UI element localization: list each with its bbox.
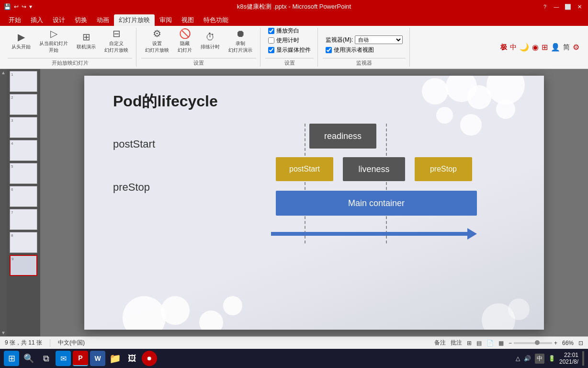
quick-access-toolbar[interactable]: 💾 ↩ ↪ ▾ (4, 3, 32, 10)
tab-design[interactable]: 设计 (48, 14, 70, 26)
zoom-thumb[interactable] (535, 340, 540, 345)
taskbar-right: △ 🔊 中 🔋 22:01 2021/8/ (516, 351, 584, 366)
online-present-btn[interactable]: ⊞ 联机演示 (73, 25, 100, 56)
zoom-plus[interactable]: + (554, 340, 557, 346)
monitor-select[interactable]: 自动 (355, 35, 403, 44)
deco-circle-7 (460, 114, 482, 136)
playback-narration-checkbox[interactable] (268, 28, 274, 34)
quick-icon-ji[interactable]: 极 (500, 43, 507, 52)
show-media-checkbox[interactable] (268, 47, 274, 53)
show-media-item[interactable]: 显示媒体控件 (268, 46, 311, 54)
quick-icon-dot[interactable]: ◉ (532, 43, 539, 52)
quick-icon-person[interactable]: 👤 (551, 43, 560, 52)
zoom-minus[interactable]: − (509, 340, 512, 346)
comments-btn[interactable]: 批注 (451, 339, 462, 347)
view-normal[interactable]: ⊞ (467, 340, 472, 346)
record-icon[interactable]: ⏺ (142, 351, 157, 366)
rehearse-btn[interactable]: ⏱ 排练计时 (197, 25, 224, 56)
quick-icon-gear[interactable]: ⚙ (573, 43, 579, 52)
tab-start[interactable]: 开始 (4, 14, 26, 26)
undo-btn[interactable]: ↩ (14, 3, 19, 10)
show-desktop-btn[interactable] (582, 351, 584, 366)
ribbon-group-settings: ⚙ 设置幻灯片放映 🚫 隐藏幻灯片 ⏱ 排练计时 ⏺ 录制幻灯片演示 设置 (137, 28, 260, 67)
tab-view[interactable]: 视图 (177, 14, 199, 26)
zoom-slider[interactable]: − + (509, 340, 557, 346)
minimize-btn[interactable]: — (552, 2, 561, 11)
slide-thumb-1[interactable]: 1 (10, 71, 37, 92)
slide-thumb-6[interactable]: 6 (10, 186, 37, 207)
view-presenter[interactable]: ▦ (498, 340, 504, 346)
scroll-up-arrow[interactable]: ▲ (1, 70, 6, 75)
left-scrollbar[interactable]: ▲ ▼ (0, 69, 7, 336)
ribbon-tabs: 开始 插入 设计 切换 动画 幻灯片放映 审阅 视图 特色功能 (0, 13, 588, 26)
notes-btn[interactable]: 备注 (434, 339, 446, 347)
zoom-percent[interactable]: 66% (562, 340, 574, 346)
slide-thumb-9[interactable]: 9 (10, 255, 37, 276)
scroll-down-arrow[interactable]: ▼ (1, 330, 6, 335)
slide-thumb-5[interactable]: 5 (10, 163, 37, 184)
ribbon-quick-icons[interactable]: 极 中 🌙 ◉ ⊞ 👤 简 ⚙ (496, 28, 584, 67)
redo-btn[interactable]: ↪ (22, 3, 26, 10)
arrow-head (467, 228, 477, 240)
presenter-view-label: 使用演示者视图 (334, 46, 374, 54)
slide-thumb-7[interactable]: 7 (10, 209, 37, 230)
slide-thumb-8[interactable]: 8 (10, 232, 37, 253)
help-btn[interactable]: ? (540, 2, 550, 11)
quick-icon-grid[interactable]: ⊞ (542, 43, 548, 52)
window-controls[interactable]: ? — ⬜ ✕ (540, 2, 584, 11)
monitor-section: 监视器(M): 自动 使用演示者视图 (323, 34, 406, 56)
taskbar-battery[interactable]: 🔋 (548, 355, 555, 362)
from-beginning-btn[interactable]: ▶ 从头开始 (8, 25, 34, 56)
quick-icon-zhong[interactable]: 中 (510, 43, 517, 52)
setup-slideshow-btn[interactable]: ⚙ 设置幻灯片放映 (141, 25, 173, 56)
start-button[interactable]: ⊞ (4, 351, 19, 366)
tab-animation[interactable]: 动画 (92, 14, 114, 26)
search-button[interactable]: 🔍 (21, 351, 36, 366)
from-current-btn[interactable]: ▷ 从当前幻灯片开始 (35, 25, 72, 56)
save-btn[interactable]: 💾 (4, 3, 11, 10)
customize-btn[interactable]: ▾ (29, 3, 32, 10)
tab-insert[interactable]: 插入 (26, 14, 48, 26)
use-timings-item[interactable]: 使用计时 (268, 36, 311, 45)
use-timings-checkbox[interactable] (268, 37, 274, 44)
presenter-view-item[interactable]: 使用演示者视图 (326, 46, 403, 54)
tab-review[interactable]: 审阅 (155, 14, 177, 26)
clock-time: 22:01 (564, 352, 578, 358)
tab-special[interactable]: 特色功能 (199, 14, 233, 26)
record-btn[interactable]: ⏺ 录制幻灯片演示 (225, 25, 256, 56)
maximize-btn[interactable]: ⬜ (563, 2, 573, 11)
slide-thumb-3[interactable]: 3 (10, 117, 37, 138)
powerpoint-icon[interactable]: P (73, 351, 88, 366)
presenter-view-checkbox[interactable] (326, 47, 332, 53)
fit-window-btn[interactable]: ⊡ (578, 340, 583, 346)
view-reading[interactable]: 📄 (486, 340, 494, 346)
taskbar-clock[interactable]: 22:01 2021/8/ (559, 352, 578, 365)
close-btn[interactable]: ✕ (575, 2, 584, 11)
taskbar-ime[interactable]: 中 (535, 354, 544, 364)
custom-slideshow-btn[interactable]: ⊟ 自定义幻灯片放映 (101, 25, 132, 56)
quick-icon-moon[interactable]: 🌙 (520, 43, 529, 52)
deco-circle-10 (199, 310, 223, 330)
taskbar-speaker[interactable]: 🔊 (524, 355, 531, 362)
tab-transition[interactable]: 切换 (70, 14, 92, 26)
zoom-bar[interactable] (514, 342, 552, 344)
slide-thumb-4[interactable]: 4 (10, 140, 37, 161)
mail-icon[interactable]: ✉ (56, 351, 71, 366)
ribbon-group-monitor: 监视器(M): 自动 使用演示者视图 监视器 (319, 28, 410, 67)
photos-icon[interactable]: 🖼 (124, 351, 140, 366)
statusbar: 9 张，共 11 张 中文(中国) 备注 批注 ⊞ ▤ 📄 ▦ − + 66% … (0, 336, 588, 349)
start-group-btns: ▶ 从头开始 ▷ 从当前幻灯片开始 ⊞ 联机演示 ⊟ 自定义幻灯片放映 (8, 25, 132, 56)
taskview-button[interactable]: ⧉ (38, 351, 54, 366)
hide-slide-btn[interactable]: 🚫 隐藏幻灯片 (174, 25, 196, 56)
taskbar-up-arrow[interactable]: △ (516, 355, 520, 362)
quick-icon-jian[interactable]: 简 (563, 43, 570, 52)
view-slide[interactable]: ▤ (476, 340, 482, 346)
playback-narration-item[interactable]: 播放旁白 (268, 27, 311, 35)
slide-thumb-2[interactable]: 2 (10, 94, 37, 115)
statusbar-divider-1 (50, 339, 50, 347)
explorer-icon[interactable]: 📁 (107, 351, 123, 366)
slide[interactable]: Pod的lifecycle postStart preStop readines… (84, 76, 544, 330)
setup-icon: ⚙ (153, 28, 161, 39)
word-icon[interactable]: W (90, 351, 105, 366)
tab-slideshow[interactable]: 幻灯片放映 (114, 14, 155, 26)
